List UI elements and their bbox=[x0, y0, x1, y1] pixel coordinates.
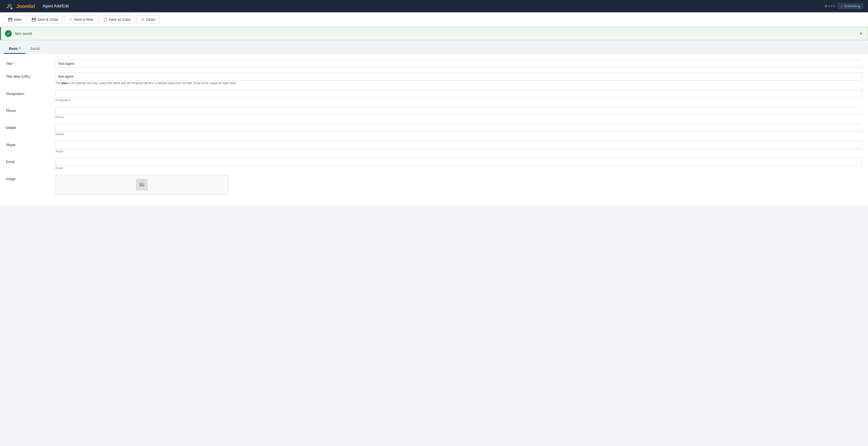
field-email-wrapper: Email bbox=[55, 158, 862, 170]
field-email-group: Email Email bbox=[6, 158, 862, 170]
tab-basic[interactable]: Basic * bbox=[4, 44, 26, 54]
field-alias-group: Title alias (URL) The alias is for inter… bbox=[6, 72, 862, 85]
field-skype-label: Skype bbox=[6, 141, 55, 147]
joomla-logo-icon bbox=[5, 2, 14, 11]
field-title-wrapper bbox=[55, 60, 862, 68]
skype-input[interactable] bbox=[55, 141, 862, 149]
save-new-icon: ＋ bbox=[69, 18, 73, 22]
mobile-input[interactable] bbox=[55, 124, 862, 132]
version-label: ⌘ 4.4.5 bbox=[825, 4, 835, 8]
save-new-label: Save & New bbox=[74, 18, 93, 22]
success-alert: ✓ Item saved. ✕ bbox=[0, 27, 868, 40]
field-alias-label: Title alias (URL) bbox=[6, 72, 55, 78]
navbar-right: ⌘ 4.4.5 ↗ Entwicklung bbox=[825, 3, 863, 9]
email-hint: Email bbox=[55, 167, 862, 170]
page-title: Agent Add/Edit bbox=[43, 4, 825, 8]
content-area: Basic * Social Title * Title alias (URL)… bbox=[0, 40, 868, 205]
field-mobile-wrapper: Mobile bbox=[55, 124, 862, 136]
field-phone-label: Phone bbox=[6, 107, 55, 113]
env-label: Entwicklung bbox=[844, 4, 860, 8]
alert-success-icon: ✓ bbox=[5, 30, 12, 37]
save-copy-label: Save as Copy bbox=[109, 18, 130, 22]
save-label: Save bbox=[13, 18, 22, 22]
image-icon-svg bbox=[138, 181, 146, 189]
image-upload-area[interactable] bbox=[55, 175, 228, 195]
field-alias-wrapper: The alias is for internal use only. Leav… bbox=[55, 72, 862, 85]
field-title-group: Title * bbox=[6, 60, 862, 68]
field-image-label: Image bbox=[6, 175, 55, 181]
field-mobile-label: Mobile bbox=[6, 124, 55, 130]
toolbar: 💾 Save 💾 Save & Close ＋ Save & New 📋 Sav… bbox=[0, 12, 868, 27]
email-input[interactable] bbox=[55, 158, 862, 166]
alert-message: Item saved. bbox=[15, 32, 855, 36]
phone-input[interactable] bbox=[55, 107, 862, 115]
alias-hint: The alias is for internal use only. Leav… bbox=[55, 81, 862, 85]
field-email-label: Email bbox=[6, 158, 55, 164]
svg-rect-3 bbox=[139, 183, 144, 187]
title-input[interactable] bbox=[55, 60, 862, 68]
close-icon: ✕ bbox=[141, 18, 145, 22]
field-title-label: Title * bbox=[6, 60, 55, 66]
designation-hint: Designation bbox=[55, 98, 862, 102]
tab-bar: Basic * Social bbox=[0, 40, 868, 54]
tab-social[interactable]: Social bbox=[26, 44, 45, 54]
save-close-icon: 💾 bbox=[32, 18, 36, 22]
save-new-button[interactable]: ＋ Save & New bbox=[64, 15, 97, 24]
svg-point-1 bbox=[11, 7, 12, 9]
field-designation-wrapper: Designation bbox=[55, 90, 862, 102]
save-icon: 💾 bbox=[8, 18, 12, 22]
form-panel: Title * Title alias (URL) The alias is f… bbox=[0, 54, 868, 205]
alias-input[interactable] bbox=[55, 72, 862, 80]
required-indicator: * bbox=[13, 62, 14, 66]
environment-button[interactable]: ↗ Entwicklung bbox=[838, 3, 863, 9]
save-close-button[interactable]: 💾 Save & Close bbox=[28, 15, 62, 24]
field-mobile-group: Mobile Mobile bbox=[6, 124, 862, 136]
mobile-hint: Mobile bbox=[55, 133, 862, 136]
brand-logo: Joomla! bbox=[5, 2, 35, 11]
phone-hint: Phone bbox=[55, 115, 862, 119]
skype-hint: Skype bbox=[55, 149, 862, 153]
field-skype-wrapper: Skype bbox=[55, 141, 862, 153]
field-phone-wrapper: Phone bbox=[55, 107, 862, 119]
close-label: Close bbox=[146, 18, 155, 22]
field-skype-group: Skype Skype bbox=[6, 141, 862, 153]
designation-input[interactable] bbox=[55, 90, 862, 98]
field-designation-label: Designation bbox=[6, 90, 55, 96]
alert-close-button[interactable]: ✕ bbox=[858, 31, 864, 36]
save-copy-icon: 📋 bbox=[103, 18, 107, 22]
field-phone-group: Phone Phone bbox=[6, 107, 862, 119]
field-designation-group: Designation Designation bbox=[6, 90, 862, 102]
save-close-label: Save & Close bbox=[37, 18, 58, 22]
image-placeholder-icon bbox=[136, 179, 148, 191]
field-image-group: Image bbox=[6, 175, 862, 195]
save-button[interactable]: 💾 Save bbox=[4, 15, 26, 24]
close-button[interactable]: ✕ Close bbox=[136, 15, 159, 24]
field-image-wrapper bbox=[55, 175, 862, 195]
save-copy-button[interactable]: 📋 Save as Copy bbox=[99, 15, 135, 24]
external-link-icon: ↗ bbox=[841, 4, 843, 8]
navbar: Joomla! Agent Add/Edit ⌘ 4.4.5 ↗ Entwick… bbox=[0, 0, 868, 12]
brand-text: Joomla! bbox=[16, 3, 35, 9]
